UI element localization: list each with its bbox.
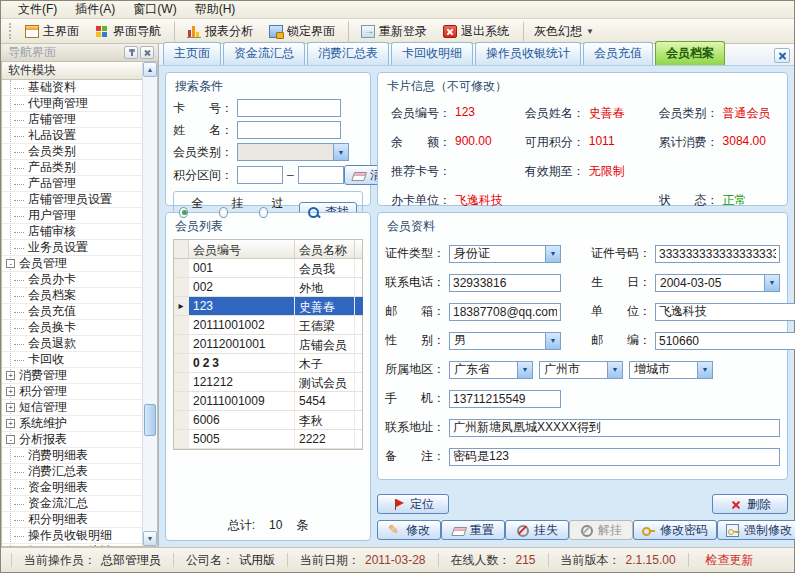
phone-input[interactable] — [449, 274, 561, 292]
tree-item[interactable]: 积分明细表 — [2, 512, 142, 528]
tree-item[interactable]: - 分析报表 — [2, 432, 142, 448]
tree-item[interactable]: 店铺管理员设置 — [2, 192, 142, 208]
chevron-down-icon[interactable]: ▼ — [697, 362, 712, 378]
table-row[interactable]: 20111001009 5454 — [174, 392, 362, 411]
tree-item[interactable]: 店铺管理 — [2, 112, 142, 128]
tree-item[interactable]: 会员换卡 — [2, 320, 142, 336]
tree-item[interactable]: 会员类别 — [2, 144, 142, 160]
email-input[interactable] — [449, 303, 561, 321]
delete-button[interactable]: 删除 — [712, 494, 788, 514]
chevron-down-icon[interactable]: ▼ — [764, 275, 779, 291]
expand-toggle-icon[interactable]: + — [6, 403, 15, 412]
tree-item[interactable]: 产品管理 — [2, 176, 142, 192]
tree-item[interactable]: 操作员收银明细 — [2, 528, 142, 544]
tree-item[interactable]: - 会员管理 — [2, 256, 142, 272]
tree-item[interactable]: + 系统维护 — [2, 416, 142, 432]
zip-input[interactable] — [655, 332, 795, 350]
tree-item[interactable]: 会员退款 — [2, 336, 142, 352]
mobile-input[interactable] — [449, 390, 561, 408]
status-value[interactable]: 2011-03-28 — [365, 553, 426, 567]
menu-item[interactable]: 窗口(W) — [124, 0, 185, 19]
chevron-down-icon[interactable]: ▼ — [517, 362, 532, 378]
tree-item[interactable]: 资金流汇总 — [2, 496, 142, 512]
close-icon[interactable] — [140, 46, 154, 59]
tree-item[interactable]: 代理商管理 — [2, 96, 142, 112]
tree-item[interactable]: 会员档案 — [2, 288, 142, 304]
table-row[interactable]: 002 外地 — [174, 278, 362, 297]
toolbar-button[interactable]: 退出系统 — [435, 21, 517, 42]
chevron-down-icon[interactable]: ▼ — [607, 362, 622, 378]
tree-item[interactable]: + 短信管理 — [2, 400, 142, 416]
id-number-input[interactable] — [655, 245, 780, 263]
tab[interactable]: 会员充值 — [583, 42, 653, 65]
table-row[interactable]: 20111001002 王德梁 — [174, 316, 362, 335]
tab[interactable]: 操作员收银统计 — [475, 42, 581, 65]
chevron-down-icon[interactable]: ▼ — [545, 246, 560, 262]
table-row[interactable]: ▸ 123 史善春 — [174, 297, 362, 316]
points-max-input[interactable] — [298, 166, 344, 184]
menu-item[interactable]: 插件(A) — [66, 0, 124, 19]
menu-item[interactable]: 帮助(H) — [186, 0, 245, 19]
toolbar-button[interactable]: 锁定界面 — [261, 21, 343, 42]
change-password-button[interactable]: 修改密码 — [633, 520, 717, 540]
table-row[interactable]: 20112001001 店铺会员 — [174, 335, 362, 354]
toolbar-button[interactable]: 主界面 — [17, 21, 87, 42]
tab[interactable]: 会员档案 — [655, 41, 725, 65]
status-value[interactable]: 215 — [516, 553, 536, 567]
force-modify-button[interactable]: 强制修改 — [717, 520, 795, 540]
tree-item[interactable]: 会员充值 — [2, 304, 142, 320]
card-number-input[interactable] — [237, 99, 341, 117]
table-row[interactable]: 5005 2222 — [174, 430, 362, 449]
sidebar-scrollbar[interactable]: ▲ ▼ — [142, 62, 157, 546]
locate-button[interactable]: 定位 — [377, 494, 449, 514]
table-row[interactable]: 023 木子 — [174, 354, 362, 373]
tree-item[interactable]: 消费明细表 — [2, 448, 142, 464]
toolbar-button[interactable]: 报表分析 — [174, 21, 261, 42]
table-row[interactable]: 6006 李秋 — [174, 411, 362, 430]
status-value[interactable]: 试用版 — [239, 552, 275, 569]
tree-item[interactable]: 店铺审核 — [2, 224, 142, 240]
expand-toggle-icon[interactable]: + — [6, 387, 15, 396]
chevron-down-icon[interactable]: ▼ — [545, 333, 560, 349]
menu-item[interactable]: 文件(F) — [9, 0, 66, 19]
tab[interactable]: 资金流汇总 — [223, 42, 305, 65]
tree-item[interactable]: 用户管理 — [2, 208, 142, 224]
status-value[interactable]: 检查更新 — [706, 552, 754, 569]
status-value[interactable]: 总部管理员 — [101, 552, 161, 569]
tree-item[interactable]: 卡回收 — [2, 352, 142, 368]
tab[interactable]: 消费汇总表 — [307, 42, 389, 65]
tree-item[interactable]: 操作员收银统计 — [2, 544, 142, 546]
tree-root-node[interactable]: 软件模块 — [2, 62, 142, 80]
member-type-select[interactable]: ▼ — [237, 143, 349, 161]
expand-toggle-icon[interactable]: + — [6, 371, 15, 380]
column-header-name[interactable]: 会员名称 — [295, 240, 355, 258]
scrollbar-thumb[interactable] — [144, 404, 156, 436]
table-row[interactable]: 001 会员我 — [174, 259, 362, 278]
city-select[interactable]: 广州市▼ — [539, 361, 623, 379]
scroll-down-icon[interactable]: ▼ — [143, 531, 157, 546]
toolbar-button[interactable]: 重新登录 — [348, 21, 435, 42]
tree-item[interactable]: 业务员设置 — [2, 240, 142, 256]
report-loss-button[interactable]: 挂失 — [505, 520, 569, 540]
address-input[interactable] — [449, 419, 780, 437]
scrollbar-track[interactable] — [143, 77, 157, 531]
expand-toggle-icon[interactable]: + — [6, 419, 15, 428]
toolbar-button[interactable]: 界面导航 — [87, 21, 169, 42]
tab[interactable]: 卡回收明细 — [391, 42, 473, 65]
table-row[interactable]: 121212 测试会员 — [174, 373, 362, 392]
chevron-down-icon[interactable]: ▼ — [333, 144, 348, 160]
tree-item[interactable]: + 积分管理 — [2, 384, 142, 400]
expand-toggle-icon[interactable]: - — [6, 435, 15, 444]
unhang-button[interactable]: 解挂 — [569, 520, 633, 540]
modify-button[interactable]: 修改 — [377, 520, 441, 540]
pin-icon[interactable] — [124, 46, 138, 59]
expand-toggle-icon[interactable]: - — [6, 259, 15, 268]
id-type-select[interactable]: 身份证▼ — [449, 245, 561, 263]
tree-item[interactable]: 礼品设置 — [2, 128, 142, 144]
skin-selector-button[interactable]: 灰色幻想 ▼ — [523, 21, 602, 42]
province-select[interactable]: 广东省▼ — [449, 361, 533, 379]
tree-item[interactable]: 产品类别 — [2, 160, 142, 176]
tab-close-icon[interactable] — [774, 48, 790, 63]
note-input[interactable] — [449, 448, 780, 466]
tab[interactable]: 主页面 — [163, 42, 221, 65]
